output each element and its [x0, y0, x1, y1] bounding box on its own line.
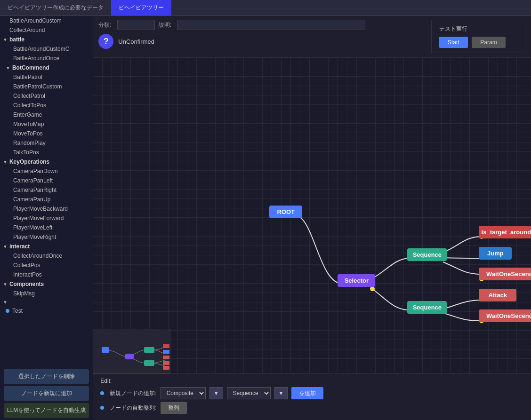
- new-node-label: 新規ノードの追加:: [110, 389, 156, 397]
- test-title: テスト実行: [439, 25, 517, 33]
- node-sequence1[interactable]: Sequence: [407, 248, 447, 261]
- main-container: BattleAroundCustom CollectAround ▼ battl…: [0, 16, 531, 420]
- arrow-icon: ▼: [3, 159, 8, 165]
- param-button[interactable]: Param: [472, 37, 505, 48]
- sidebar-group-battle-label: battle: [9, 36, 24, 43]
- description-label: 説明:: [159, 21, 171, 29]
- mini-map-svg: [93, 329, 170, 373]
- test-panel: テスト実行 Start Param: [431, 20, 525, 53]
- sidebar-group-empty[interactable]: ▼: [0, 298, 93, 306]
- sidebar-item-playermoveleft[interactable]: PlayerMoveLeft: [0, 223, 93, 232]
- arrow-icon: ▼: [3, 282, 8, 287]
- node-attack[interactable]: Attack: [479, 289, 516, 301]
- sidebar-group-components-label: Components: [9, 281, 44, 287]
- sidebar-item-test-label: Test: [12, 308, 23, 314]
- question-icon[interactable]: ?: [98, 34, 113, 49]
- llm-button[interactable]: LLMを使ってノードを自動生成: [4, 403, 89, 418]
- edit-title: Edit:: [100, 378, 523, 384]
- sidebar-item-collectaround[interactable]: CollectAround: [0, 25, 93, 35]
- sidebar-group-interact-label: interact: [9, 243, 30, 250]
- node-selector[interactable]: Selector: [338, 274, 375, 287]
- sidebar: BattleAroundCustom CollectAround ▼ battl…: [0, 16, 93, 420]
- align-button[interactable]: 整列: [161, 402, 187, 414]
- auto-arrange-label: ノードの自動整列:: [110, 404, 156, 412]
- sidebar-item-randomplay[interactable]: RandomPlay: [0, 138, 93, 148]
- sidebar-item-collectpos[interactable]: CollectPos: [0, 261, 93, 270]
- svg-rect-17: [163, 356, 169, 359]
- tab-data[interactable]: ビヘイビアツリー作成に必要なデータ: [0, 0, 111, 16]
- sidebar-buttons: 選択したノードを削除 ノードを新規に追加 LLMを使ってノードを自動生成: [0, 367, 93, 420]
- edit-row-align: ノードの自動整列: 整列: [100, 402, 523, 414]
- sidebar-group-keyops[interactable]: ▼ KeyOperations: [0, 157, 93, 166]
- sidebar-item-collectpatrol[interactable]: CollectPatrol: [0, 91, 93, 101]
- test-buttons: Start Param: [439, 37, 517, 48]
- arrow-icon: ▼: [3, 37, 8, 42]
- sidebar-item-camerapanup[interactable]: CameraPanUp: [0, 195, 93, 204]
- svg-rect-12: [125, 354, 134, 359]
- dot-icon: [6, 309, 9, 313]
- sidebar-item-entergame[interactable]: EnterGame: [0, 110, 93, 119]
- svg-rect-18: [163, 361, 169, 365]
- mini-map-content: [93, 329, 170, 373]
- node-root[interactable]: ROOT: [269, 206, 302, 218]
- add-button[interactable]: を追加: [291, 387, 323, 399]
- arrow-icon: ▼: [6, 65, 10, 71]
- svg-rect-11: [102, 347, 109, 353]
- edit-dot2: [100, 406, 104, 410]
- sidebar-item-camerapanright[interactable]: CameraPanRight: [0, 185, 93, 195]
- sidebar-item-interactpos[interactable]: InteractPos: [0, 270, 93, 279]
- sidebar-item-camerapandown[interactable]: CameraPanDown: [0, 166, 93, 176]
- sidebar-item-skipmsg[interactable]: SkipMsg: [0, 289, 93, 298]
- sidebar-item-battlecustom[interactable]: BattleAroundCustomC: [0, 44, 93, 54]
- arrow-icon: ▼: [3, 244, 8, 249]
- node-wait1[interactable]: WaitOneSecend: [479, 268, 531, 280]
- sidebar-item-battlepatrol[interactable]: BattlePatrol: [0, 72, 93, 82]
- tab-bar: ビヘイビアツリー作成に必要なデータ ビヘイビアツリー: [0, 0, 531, 16]
- sidebar-item-collecttopos[interactable]: CollectToPos: [0, 101, 93, 110]
- sidebar-group-botcommend-label: BotCommend: [12, 64, 49, 71]
- info-bar: 分類: 説明: ? UnConfirmed テスト実行 Start Param: [93, 16, 531, 57]
- sidebar-item-playermoveright[interactable]: PlayerMoveRight: [0, 232, 93, 242]
- composite-select[interactable]: Composite: [161, 387, 206, 399]
- mini-map[interactable]: [93, 329, 170, 373]
- sidebar-item-test[interactable]: Test: [0, 306, 93, 316]
- sequence-select[interactable]: Sequence: [227, 387, 271, 399]
- svg-rect-19: [163, 366, 169, 370]
- svg-rect-15: [163, 344, 169, 348]
- start-button[interactable]: Start: [439, 37, 468, 48]
- sidebar-item-movetopos[interactable]: MoveToPos: [0, 129, 93, 138]
- category-label: 分類:: [98, 21, 111, 29]
- add-node-button[interactable]: ノードを新規に追加: [4, 386, 89, 401]
- sidebar-group-battle[interactable]: ▼ battle: [0, 35, 93, 44]
- node-wait2[interactable]: WaitOneSecend: [479, 309, 531, 322]
- node-sequence2[interactable]: Sequence: [407, 301, 447, 314]
- sidebar-item-battlepatrolcustom[interactable]: BattlePatrolCustom: [0, 82, 93, 91]
- unconfirmed-text: UnConfirmed: [118, 38, 154, 45]
- svg-rect-13: [144, 347, 154, 353]
- sidebar-item-movetomap[interactable]: MoveToMap: [0, 119, 93, 129]
- sidebar-item-camerapanleft[interactable]: CameraPanLeft: [0, 176, 93, 185]
- sidebar-group-components[interactable]: ▼ Components: [0, 279, 93, 289]
- sidebar-group-interact[interactable]: ▼ interact: [0, 242, 93, 251]
- sidebar-item-collectaroundonce[interactable]: CollectAroundOnce: [0, 251, 93, 261]
- sidebar-item-battlearoundonce[interactable]: BattleAroundOnce: [0, 54, 93, 63]
- sidebar-scroll: BattleAroundCustom CollectAround ▼ battl…: [0, 16, 93, 367]
- canvas-area[interactable]: ROOT Selector Sequence Sequence is_targe…: [93, 57, 531, 373]
- arrow-icon: ▼: [3, 300, 8, 305]
- node-is-target-around[interactable]: is_target_around: [479, 226, 531, 238]
- sidebar-item-talktopos[interactable]: TalkToPos: [0, 148, 93, 157]
- category-field[interactable]: [117, 20, 155, 30]
- tab-tree[interactable]: ビヘイビアツリー: [111, 0, 171, 16]
- description-field[interactable]: [177, 20, 365, 30]
- delete-node-button[interactable]: 選択したノードを削除: [4, 369, 89, 384]
- dropdown-arrow1[interactable]: ▼: [209, 387, 223, 399]
- edit-dot1: [100, 391, 104, 395]
- sidebar-item-playermoveforward[interactable]: PlayerMoveForward: [0, 214, 93, 223]
- node-jump[interactable]: Jump: [479, 247, 512, 260]
- svg-rect-14: [144, 360, 154, 366]
- dropdown-arrow2[interactable]: ▼: [274, 387, 288, 399]
- sidebar-item-battlearound[interactable]: BattleAroundCustom: [0, 16, 93, 25]
- sidebar-item-playermovebackward[interactable]: PlayerMoveBackward: [0, 204, 93, 214]
- right-panel: 分類: 説明: ? UnConfirmed テスト実行 Start Param: [93, 16, 531, 420]
- sidebar-group-botcommend[interactable]: ▼ BotCommend: [0, 63, 93, 72]
